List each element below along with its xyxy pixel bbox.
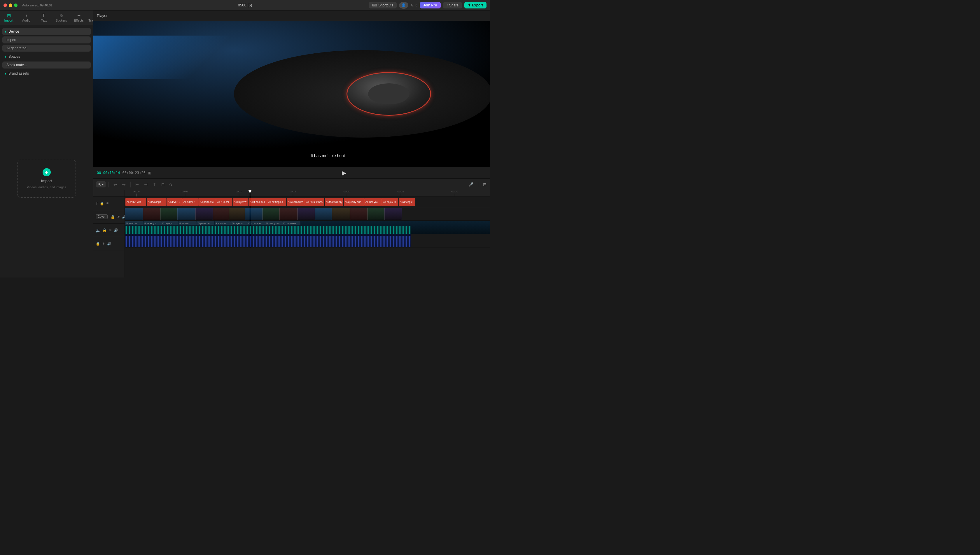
play-button[interactable]: ▶ bbox=[340, 168, 349, 177]
caption-clip-11[interactable]: Aā Plus, it has bbox=[305, 198, 325, 206]
video-clip-5[interactable] bbox=[195, 208, 213, 220]
audio1-clip-1[interactable]: ⊡POV: Wh bbox=[125, 221, 143, 225]
stickers-tab-label: Stickers bbox=[55, 19, 67, 22]
audio1-clip-8[interactable]: ⊡It has mult bbox=[247, 221, 265, 225]
audio1-clip-5[interactable]: ⊡perfect o bbox=[197, 221, 214, 225]
audio1-clip-6[interactable]: ⊡It is call bbox=[215, 221, 231, 225]
split-left-button[interactable]: ⊣ bbox=[142, 181, 149, 188]
autosave-label: Auto saved: 09:40:01 bbox=[22, 3, 53, 7]
sidebar-item-stock-mate[interactable]: Stock mate... bbox=[2, 61, 91, 69]
audio1-clip-10[interactable]: ⊡customize bbox=[282, 221, 300, 225]
tab-import[interactable]: ⊞ Import bbox=[0, 12, 18, 24]
audio2-content bbox=[125, 234, 411, 247]
center-area: Player ⋯ It has multiple heat 00:00:10:1… bbox=[93, 11, 490, 278]
caption-clip-9[interactable]: Aā settings s bbox=[267, 198, 286, 206]
split-button[interactable]: ⊢ bbox=[133, 181, 141, 188]
import-sublabel: Videos, audios, and images bbox=[27, 185, 66, 189]
delete-button[interactable]: □ bbox=[160, 181, 165, 188]
caption-clip-2[interactable]: Aā looking f bbox=[147, 198, 167, 206]
ruler-mark-30: 00:30 bbox=[451, 190, 458, 196]
audio1-clip-4[interactable]: ⊡further, bbox=[178, 221, 197, 225]
share-button[interactable]: ↑ Share bbox=[443, 2, 462, 8]
keyframe-button[interactable]: ◇ bbox=[167, 181, 174, 188]
caption-clip-7[interactable]: Aā Dryer w bbox=[233, 198, 249, 206]
joinpro-button[interactable]: Join Pro bbox=[420, 2, 441, 8]
import-dropzone[interactable]: + Import Videos, audios, and images bbox=[18, 160, 76, 197]
video-clip-3[interactable] bbox=[161, 208, 177, 220]
redo-button[interactable]: ↪ bbox=[120, 181, 127, 188]
minimize-button[interactable] bbox=[9, 3, 12, 7]
export-button[interactable]: ⬆ Export bbox=[464, 2, 487, 8]
shortcuts-button[interactable]: ⌨ Shortcuts bbox=[369, 2, 397, 8]
video-clip-7[interactable] bbox=[229, 208, 245, 220]
split-right-button[interactable]: ⊤ bbox=[151, 181, 158, 188]
timeline-view-button[interactable]: ⊟ bbox=[481, 181, 488, 188]
tab-transitions[interactable]: ⇄ Transitions bbox=[87, 12, 93, 24]
sidebar-item-ai-generated[interactable]: AI generated bbox=[2, 45, 91, 51]
sidebar-item-brand-assets[interactable]: ▸ Brand assets bbox=[2, 70, 91, 77]
video-clip-12[interactable] bbox=[315, 208, 332, 220]
eye-icon-video: 👁 bbox=[117, 215, 120, 219]
grid-view-button[interactable]: ⊞ bbox=[148, 170, 151, 175]
spaces-arrow-icon: ▸ bbox=[5, 55, 7, 58]
audio1-content: ⊡POV: Wh ⊡looking fo ⊡dryer; Lc ⊡further… bbox=[125, 221, 490, 234]
undo-button[interactable]: ↩ bbox=[112, 181, 119, 188]
video-clip-13[interactable] bbox=[332, 208, 350, 220]
audio-tab-label: Audio bbox=[22, 19, 31, 22]
video-clip-14[interactable] bbox=[350, 208, 368, 220]
video-clip-6[interactable] bbox=[213, 208, 229, 220]
caption-clip-13[interactable]: Aā quickly and bbox=[344, 198, 364, 206]
tab-stickers[interactable]: ☺ Stickers bbox=[53, 12, 70, 24]
transitions-tab-label: Transitions bbox=[88, 19, 93, 22]
video-clip-4[interactable] bbox=[177, 208, 195, 220]
caption-clip-15[interactable]: Aā enjoy th bbox=[382, 198, 398, 206]
video-clip-9[interactable] bbox=[262, 208, 280, 220]
close-button[interactable] bbox=[3, 3, 7, 7]
audio1-clip-7[interactable]: ⊡Dryer w bbox=[231, 221, 247, 225]
video-clip-8[interactable] bbox=[245, 208, 262, 220]
sidebar-item-device[interactable]: ▸ Device bbox=[2, 28, 91, 35]
select-tool-icon: ↖ bbox=[98, 182, 101, 186]
user-avatar-button[interactable]: 👤 bbox=[399, 2, 408, 9]
ruler-mark-5: 00:05 bbox=[182, 190, 188, 196]
caption-clip-8[interactable]: Aā It has mul bbox=[249, 198, 267, 206]
sidebar-item-import[interactable]: Import bbox=[2, 37, 91, 43]
caption-clip-3[interactable]: Aā dryer; L bbox=[167, 198, 182, 206]
video-clip-15[interactable] bbox=[368, 208, 384, 220]
audio1-clip-3[interactable]: ⊡dryer; Lc bbox=[161, 221, 178, 225]
video-clip-11[interactable] bbox=[297, 208, 315, 220]
caption-clip-4[interactable]: Aā further, bbox=[182, 198, 199, 206]
sidebar-item-spaces[interactable]: ▸ Spaces bbox=[2, 53, 91, 60]
speaker-icon-audio1: 🔈 bbox=[96, 228, 101, 233]
caption-clip-14[interactable]: Aā Get you bbox=[364, 198, 382, 206]
tool-select-dropdown[interactable]: ↖ ▾ bbox=[96, 181, 106, 188]
caption-clip-16[interactable]: Aā drying e bbox=[399, 198, 415, 206]
video-clip-2[interactable] bbox=[143, 208, 161, 220]
video-clip-10[interactable] bbox=[280, 208, 297, 220]
caption-clip-6[interactable]: Aā It is cal bbox=[216, 198, 233, 206]
keyboard-icon: ⌨ bbox=[372, 3, 377, 7]
caption-clip-12[interactable]: Aā that will dry bbox=[325, 198, 343, 206]
import-tab-icon: ⊞ bbox=[7, 13, 11, 18]
caption-clip-5[interactable]: Aā perfect c bbox=[199, 198, 216, 206]
player-header: Player ⋯ bbox=[93, 11, 490, 21]
player-video: It has multiple heat bbox=[93, 21, 490, 167]
maximize-button[interactable] bbox=[14, 3, 18, 7]
tab-audio[interactable]: ♪ Audio bbox=[18, 12, 35, 24]
effects-tab-icon: ✦ bbox=[77, 13, 81, 18]
caption-clip-10[interactable]: Aā customize bbox=[287, 198, 305, 206]
caption-clip-1[interactable]: Aā POV: Wh bbox=[125, 198, 146, 206]
microphone-button[interactable]: 🎤 bbox=[467, 181, 475, 188]
video-clip-16[interactable] bbox=[384, 208, 402, 220]
tab-text[interactable]: T Text bbox=[35, 12, 53, 24]
audio1-clip-9[interactable]: ⊡settings sc bbox=[265, 221, 282, 225]
tab-effects[interactable]: ✦ Effects bbox=[70, 12, 87, 24]
video-clip-1[interactable] bbox=[125, 208, 143, 220]
export-icon: ⬆ bbox=[468, 3, 471, 7]
timeline-ruler: 00:00 00:05 00:10 bbox=[125, 190, 490, 197]
video-track-label: Cover 🔒 👁 🔊 bbox=[93, 210, 125, 224]
brand-assets-arrow-icon: ▸ bbox=[5, 72, 7, 75]
caption-track-label: T 🔒 👁 bbox=[93, 197, 125, 210]
audio1-clip-2[interactable]: ⊡looking fo bbox=[143, 221, 161, 225]
timeline-scroll-area[interactable]: 00:00 00:05 00:10 bbox=[125, 190, 490, 278]
